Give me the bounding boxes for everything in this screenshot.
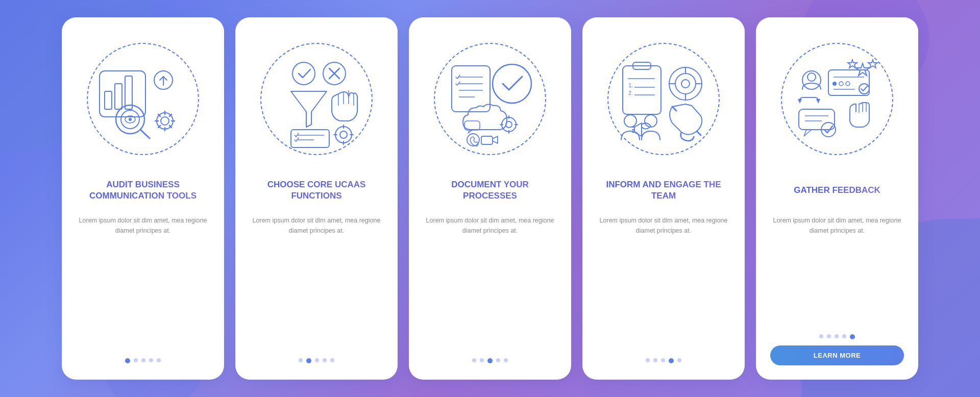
svg-point-70 xyxy=(624,115,636,127)
dot-2[interactable] xyxy=(827,334,831,338)
dot-3[interactable] xyxy=(661,358,665,362)
svg-point-33 xyxy=(340,131,347,138)
dot-2[interactable] xyxy=(134,358,138,362)
svg-line-69 xyxy=(697,131,701,135)
learn-more-button[interactable]: LEARN MORE xyxy=(770,345,904,365)
svg-point-21 xyxy=(292,62,315,85)
dot-5[interactable] xyxy=(330,358,334,362)
dot-3[interactable] xyxy=(487,358,493,363)
card-team-title: INFORM AND ENGAGE THE TEAM xyxy=(597,173,730,207)
svg-point-63 xyxy=(681,80,690,88)
card-audit-description: Lorem ipsum dolor sit dim amet, mea regi… xyxy=(76,215,210,236)
feedback-icon xyxy=(783,45,891,153)
dot-3[interactable] xyxy=(835,334,839,338)
svg-rect-1 xyxy=(115,84,122,109)
dot-3[interactable] xyxy=(315,358,319,362)
card-document-title: DOCUMENT YOUR PROCESSES xyxy=(423,173,557,207)
dot-5[interactable] xyxy=(677,358,681,362)
svg-marker-91 xyxy=(804,130,812,136)
card-audit-dots xyxy=(125,358,161,363)
svg-point-44 xyxy=(467,134,479,146)
svg-point-32 xyxy=(335,127,352,143)
dot-1[interactable] xyxy=(646,358,650,362)
svg-marker-77 xyxy=(848,60,857,68)
dot-1[interactable] xyxy=(125,358,130,363)
svg-marker-96 xyxy=(816,99,820,104)
svg-rect-0 xyxy=(105,91,112,109)
svg-point-49 xyxy=(506,121,512,128)
card-document: DOCUMENT YOUR PROCESSES Lorem ipsum dolo… xyxy=(409,17,571,380)
card-team: 1. 2. xyxy=(582,17,745,380)
dot-4[interactable] xyxy=(842,334,846,338)
dot-2[interactable] xyxy=(480,358,484,362)
svg-rect-2 xyxy=(125,76,132,109)
card-document-illustration xyxy=(424,33,556,165)
svg-rect-29 xyxy=(291,130,329,147)
card-feedback-title: GATHER FEEDBACK xyxy=(794,173,880,207)
svg-rect-90 xyxy=(799,109,835,130)
dot-5[interactable] xyxy=(504,358,508,362)
svg-point-82 xyxy=(832,82,837,86)
dot-4[interactable] xyxy=(669,358,674,363)
dot-4[interactable] xyxy=(323,358,327,362)
card-team-illustration: 1. 2. xyxy=(597,33,730,165)
card-document-description: Lorem ipsum dolor sit dim amet, mea regi… xyxy=(423,215,557,236)
svg-point-12 xyxy=(161,117,169,125)
audit-icon xyxy=(89,45,197,153)
card-team-description: Lorem ipsum dolor sit dim amet, mea regi… xyxy=(597,215,730,236)
dot-4[interactable] xyxy=(149,358,153,362)
svg-marker-76 xyxy=(868,60,877,68)
card-ucaas: CHOOSE CORE UCAAS FUNCTIONS Lorem ipsum … xyxy=(235,17,398,380)
card-ucaas-dots xyxy=(299,358,334,363)
card-feedback-illustration xyxy=(771,33,903,165)
card-audit: AUDIT BUSINESS COMMUNICATION TOOLS Lorem… xyxy=(62,17,224,380)
card-audit-title: AUDIT BUSINESS COMMUNICATION TOOLS xyxy=(76,173,210,207)
svg-point-62 xyxy=(675,73,696,94)
document-icon xyxy=(436,45,544,153)
card-document-dots xyxy=(472,358,508,363)
dot-2[interactable] xyxy=(306,358,311,363)
svg-point-79 xyxy=(807,73,816,81)
svg-rect-38 xyxy=(452,66,490,112)
svg-line-68 xyxy=(672,107,676,111)
svg-point-10 xyxy=(129,118,132,121)
dot-1[interactable] xyxy=(819,334,823,338)
svg-point-83 xyxy=(839,82,843,86)
card-feedback-dots xyxy=(819,334,855,339)
dot-2[interactable] xyxy=(653,358,657,362)
svg-point-71 xyxy=(645,115,657,127)
svg-text:1.: 1. xyxy=(628,82,633,88)
cards-container: AUDIT BUSINESS COMMUNICATION TOOLS Lorem… xyxy=(52,7,928,390)
svg-point-78 xyxy=(802,71,821,89)
svg-marker-95 xyxy=(798,99,802,104)
svg-marker-47 xyxy=(468,130,472,133)
card-audit-illustration xyxy=(77,33,209,165)
ucaas-icon xyxy=(263,45,370,153)
svg-point-84 xyxy=(846,82,850,86)
dot-4[interactable] xyxy=(496,358,500,362)
dot-1[interactable] xyxy=(472,358,476,362)
dot-5[interactable] xyxy=(157,358,161,362)
dot-5[interactable] xyxy=(850,334,855,339)
card-ucaas-illustration xyxy=(250,33,383,165)
card-ucaas-description: Lorem ipsum dolor sit dim amet, mea regi… xyxy=(250,215,383,236)
svg-rect-45 xyxy=(481,136,493,144)
svg-text:2.: 2. xyxy=(628,90,633,96)
dot-3[interactable] xyxy=(141,358,145,362)
dot-1[interactable] xyxy=(299,358,303,362)
svg-point-48 xyxy=(502,117,516,132)
svg-point-43 xyxy=(493,64,531,103)
card-feedback: GATHER FEEDBACK Lorem ipsum dolor sit di… xyxy=(756,17,918,380)
card-team-dots xyxy=(646,358,681,363)
card-ucaas-title: CHOOSE CORE UCAAS FUNCTIONS xyxy=(250,173,383,207)
team-icon: 1. 2. xyxy=(610,45,717,153)
svg-line-8 xyxy=(140,130,150,138)
card-feedback-description: Lorem ipsum dolor sit dim amet, mea regi… xyxy=(770,215,904,236)
